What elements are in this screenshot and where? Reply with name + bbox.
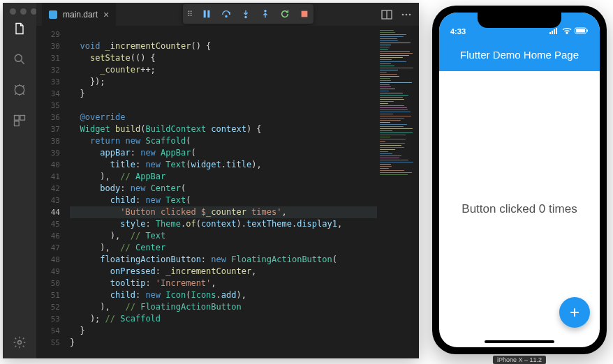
svg-rect-17 [552,31,553,34]
svg-point-8 [226,15,227,17]
step-out-icon[interactable] [260,9,270,19]
hot-reload-icon[interactable] [280,9,290,19]
svg-rect-4 [15,121,20,126]
search-icon[interactable] [12,52,27,67]
svg-rect-6 [204,10,206,18]
svg-point-13 [402,13,404,15]
stop-icon[interactable] [300,9,309,19]
window-traffic-lights[interactable] [10,8,37,15]
svg-point-15 [409,13,411,15]
iphone-frame: 4:33 Flutter Demo Home Page Button click… [432,6,607,354]
tab-main-dart[interactable]: main.dart × [42,3,116,26]
svg-rect-16 [549,32,551,34]
floating-action-button[interactable]: + [559,297,590,328]
svg-point-0 [15,54,22,61]
svg-point-14 [406,13,408,15]
step-into-icon[interactable] [241,9,251,19]
signal-icon [549,27,559,36]
explorer-icon[interactable] [12,21,27,36]
svg-point-5 [18,341,22,344]
simulator-area: 4:33 Flutter Demo Home Page Button click… [429,3,610,361]
clock-label: 4:33 [450,27,466,36]
code-editor[interactable]: 2930313233343536373839404142434445464748… [36,26,419,358]
dart-file-icon [49,10,57,19]
svg-rect-7 [207,10,209,18]
wifi-icon [562,27,572,36]
extensions-icon[interactable] [12,113,27,128]
plus-icon: + [570,303,579,322]
minimap[interactable] [377,26,419,358]
activity-bar [3,3,36,358]
svg-rect-22 [576,29,585,33]
settings-gear-icon[interactable] [12,335,27,350]
svg-rect-19 [556,28,557,34]
svg-point-9 [245,16,246,17]
svg-point-20 [566,32,568,33]
phone-screen: 4:33 Flutter Demo Home Page Button click… [439,13,600,347]
svg-rect-3 [20,116,25,121]
close-tab-icon[interactable]: × [103,9,109,20]
tab-bar: main.dart × ⠿ [36,3,419,26]
debug-icon[interactable] [12,82,27,98]
debug-toolbar[interactable]: ⠿ [183,4,313,24]
drag-grip-icon[interactable]: ⠿ [187,10,192,19]
split-editor-icon[interactable] [381,9,392,20]
simulator-device-label: iPhone X – 11.2 [493,356,546,364]
counter-text: Button clicked 0 times [461,202,577,216]
pause-icon[interactable] [202,9,212,19]
editor-main: main.dart × ⠿ 29303132333435363738394041… [36,3,419,358]
app-bar: Flutter Demo Home Page [439,38,600,71]
battery-icon [575,27,589,36]
vscode-window: main.dart × ⠿ 29303132333435363738394041… [3,3,419,358]
svg-rect-2 [15,116,20,121]
svg-rect-23 [587,30,589,32]
app-bar-title: Flutter Demo Home Page [460,49,579,61]
more-actions-icon[interactable] [401,9,412,20]
svg-rect-18 [554,29,555,34]
home-indicator[interactable] [485,340,554,343]
step-over-icon[interactable] [221,9,231,19]
notch [478,13,561,28]
svg-point-10 [265,10,266,12]
svg-rect-11 [302,11,308,17]
tab-filename-label: main.dart [63,10,98,20]
